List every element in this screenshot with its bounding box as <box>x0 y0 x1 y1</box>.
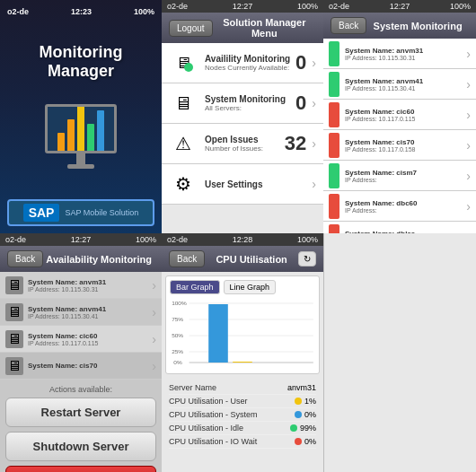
time-5: 12:28 <box>233 235 253 244</box>
monitor-screen <box>45 104 117 153</box>
list-item[interactable]: 🖥 System Name: anvm31 IP Address: 10.115… <box>0 272 162 299</box>
panel-cpu-utilisation: o2-de 12:28 100% Back CPU Utilisation ↻ … <box>162 233 323 472</box>
availability-text: Availility Monitoring Nodes Currently Av… <box>205 54 295 72</box>
chart-tabs: Bar Graph Line Graph <box>170 280 315 294</box>
actions-area: Actions available: Restart Server Shutdo… <box>0 380 162 472</box>
svg-text:50%: 50% <box>172 332 183 338</box>
cpu-dot-idle <box>290 424 297 432</box>
server-icon: 🖥 <box>5 276 23 294</box>
carrier-2: o2-de <box>167 2 188 11</box>
chevron-icon: › <box>152 305 156 319</box>
back-button-4[interactable]: Back <box>7 250 43 267</box>
nav-title-5: CPU Utilisation <box>205 254 298 265</box>
carrier-5: o2-de <box>167 235 188 244</box>
availability-icon: 🖥 <box>169 48 198 77</box>
tab-bar-graph[interactable]: Bar Graph <box>170 280 220 294</box>
system-info: System Name: anvm31 IP Address: 10.115.3… <box>28 278 152 293</box>
carrier-3: o2-de <box>329 2 349 11</box>
back-button-3[interactable]: Back <box>331 17 366 34</box>
iphone-header-3: o2-de 12:27 100% <box>323 0 476 13</box>
nav-bar-2: Logout Solution Manager Menu <box>162 13 323 43</box>
nav-title-3: System Monitoring <box>366 21 469 31</box>
chart-bar <box>67 119 75 151</box>
list-item[interactable]: System Name: dbc60 IP Address: › <box>323 191 476 222</box>
bar-chart-svg: 100% 75% 50% 25% 0% <box>170 298 315 365</box>
chevron-icon: › <box>466 77 471 92</box>
status-indicator <box>329 133 339 158</box>
monitor-base <box>67 164 94 169</box>
iphone-header-5: o2-de 12:28 100% <box>162 233 323 246</box>
panel-bottom-right <box>323 233 476 472</box>
chart-bar <box>57 133 65 151</box>
system-info: System Name: cis70 <box>28 362 152 370</box>
list-item[interactable]: 🖥 System Name: cic60 IP Address: 10.117.… <box>0 326 162 353</box>
menu-item-user-settings[interactable]: ⚙ User Settings › <box>162 164 323 205</box>
cancel-button[interactable]: Cancel <box>5 466 156 472</box>
nav-title-2: Solution Manager Menu <box>213 17 316 39</box>
open-issues-text: Open Issues Number of Issues: <box>205 135 285 153</box>
user-settings-text: User Settings <box>205 179 312 189</box>
list-item[interactable]: System Name: cis70 IP Address: 10.117.0.… <box>323 130 476 161</box>
list-item[interactable]: System Name: cic60 IP Address: 10.117.0.… <box>323 100 476 130</box>
tab-line-graph[interactable]: Line Graph <box>224 280 277 294</box>
app-title: MonitoringManager <box>40 43 123 82</box>
menu-item-availability[interactable]: 🖥 Availility Monitoring Nodes Currently … <box>162 43 323 83</box>
refresh-button[interactable]: ↻ <box>298 251 316 267</box>
stat-row-server: Server Name anvm31 <box>169 381 316 395</box>
status-indicator <box>329 194 339 219</box>
list-item[interactable]: 🖥 System Name: anvm41 IP Address: 10.115… <box>0 299 162 326</box>
chart-bar <box>77 106 84 151</box>
panel-availability-monitoring: o2-de 12:27 100% Back Availability Monit… <box>0 233 162 472</box>
system-info: System Name: anvm41 IP Address: 10.115.3… <box>28 305 152 319</box>
svg-text:0%: 0% <box>173 359 182 365</box>
chart-bar <box>97 110 104 151</box>
panel-monitoring-manager: o2-de 12:23 100% MonitoringManager SAP S… <box>0 0 162 233</box>
chevron-icon-1: › <box>312 96 316 110</box>
battery-4: 100% <box>136 235 156 244</box>
stat-row-idle: CPU Utilisation - Idle 99% <box>169 422 316 435</box>
cpu-dot-system <box>295 411 302 418</box>
time-3: 12:27 <box>390 2 410 11</box>
carrier-4: o2-de <box>5 235 26 244</box>
restart-server-button[interactable]: Restart Server <box>5 398 156 427</box>
nav-bar-4: Back Availability Monitoring <box>0 246 162 272</box>
svg-text:100%: 100% <box>172 300 187 306</box>
sap-badge: SAP SAP Mobile Solution <box>7 199 154 226</box>
system-info: System Name: cism7 IP Address: <box>345 169 466 183</box>
back-button-5[interactable]: Back <box>169 250 205 267</box>
svg-text:75%: 75% <box>172 316 183 322</box>
time-2: 12:27 <box>233 2 253 11</box>
monitor-graphic <box>31 104 130 176</box>
nav-bar-3: Back System Monitoring <box>323 13 476 39</box>
system-info: System Name: cic60 IP Address: 10.117.0.… <box>345 108 466 122</box>
carrier-1: o2-de <box>7 7 29 16</box>
cpu-dot-user <box>295 398 302 405</box>
bar-chart <box>48 107 114 151</box>
menu-item-system-monitoring[interactable]: 🖥 System Monitoring All Servers: 0 › <box>162 83 323 124</box>
battery-1: 100% <box>134 7 154 16</box>
menu-item-open-issues[interactable]: ⚠ Open Issues Number of Issues: 32 › <box>162 124 323 164</box>
chevron-icon: › <box>152 332 156 346</box>
system-info: System Name: dbc60 IP Address: <box>345 199 466 214</box>
stat-row-iowait: CPU Utilisation - IO Wait 0% <box>169 435 316 449</box>
nav-bar-5: Back CPU Utilisation ↻ <box>162 246 323 272</box>
time-1: 12:23 <box>71 7 92 16</box>
chevron-icon: › <box>466 108 471 122</box>
system-info: System Name: anvm31 IP Address: 10.115.3… <box>345 47 466 61</box>
shutdown-server-button[interactable]: Shutdown Server <box>5 432 156 461</box>
list-item[interactable]: 🖥 System Name: cis70 › <box>0 353 162 380</box>
cpu-dot-iowait <box>295 438 302 445</box>
chevron-icon: › <box>466 47 471 61</box>
chart-canvas: 100% 75% 50% 25% 0% <box>170 298 315 365</box>
list-item[interactable]: System Name: anvm31 IP Address: 10.115.3… <box>323 39 476 69</box>
status-indicator <box>329 41 339 66</box>
chevron-icon: › <box>152 359 156 373</box>
monitor-stand <box>76 153 85 164</box>
stat-row-system: CPU Utilisation - System 0% <box>169 408 316 422</box>
system-info: System Name: anvm41 IP Address: 10.115.3… <box>345 77 466 92</box>
chevron-icon: › <box>466 169 471 183</box>
logout-button[interactable]: Logout <box>169 20 213 37</box>
system-monitoring-text: System Monitoring All Servers: <box>205 94 295 112</box>
list-item[interactable]: System Name: cism7 IP Address: › <box>323 161 476 191</box>
list-item[interactable]: System Name: anvm41 IP Address: 10.115.3… <box>323 69 476 100</box>
